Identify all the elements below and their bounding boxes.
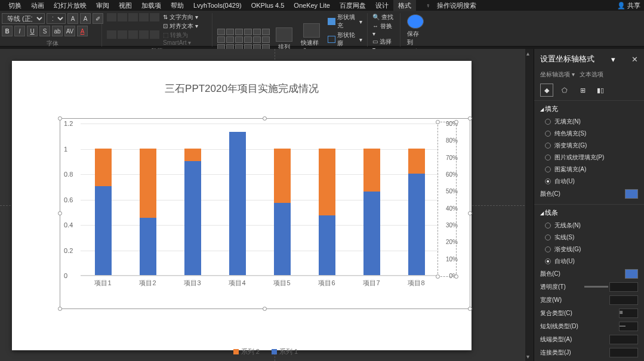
canvas-area[interactable]: 三石PPT2020年项目实施完成情况 00.20.40.60.811.20%10… xyxy=(0,49,534,361)
paragraph-icons[interactable] xyxy=(107,13,159,46)
tab-slideshow[interactable]: 幻灯片放映 xyxy=(49,0,91,11)
scroll-up-icon[interactable]: ▴ xyxy=(526,50,529,57)
transparency-label: 透明度(T) xyxy=(540,283,566,291)
bar-series2[interactable] xyxy=(274,149,291,203)
tab-onekey[interactable]: OneKey Lite xyxy=(289,1,335,10)
width-input[interactable] xyxy=(609,295,638,305)
shrink-font-icon[interactable]: A xyxy=(80,13,91,24)
bar-series2[interactable] xyxy=(95,149,112,187)
bar-series2[interactable] xyxy=(140,149,156,218)
fill-picture-radio[interactable]: 图片或纹理填充(P) xyxy=(540,152,638,163)
bold-icon[interactable]: B xyxy=(2,26,13,36)
join-label: 连接类型(J) xyxy=(540,348,571,357)
grow-font-icon[interactable]: A xyxy=(67,13,78,24)
y-tick-label: 0.4 xyxy=(64,221,73,229)
tell-me[interactable]: ♀ 操作说明搜索 xyxy=(421,0,486,11)
align-text[interactable]: ⊡ 对齐文本 ▾ xyxy=(163,22,207,30)
fill-auto-radio[interactable]: 自动(U) xyxy=(540,175,638,187)
cap-select[interactable] xyxy=(609,335,638,344)
bar-series2[interactable] xyxy=(363,149,380,192)
bar-series2[interactable] xyxy=(184,149,201,161)
tab-format[interactable]: 格式 xyxy=(393,0,416,11)
legend-series1[interactable]: 系列 1 xyxy=(272,347,298,356)
bar-series1[interactable] xyxy=(140,218,156,275)
fill-solid-radio[interactable]: 纯色填充(S) xyxy=(540,128,638,140)
tab-addins[interactable]: 加载项 xyxy=(137,0,166,11)
join-select[interactable] xyxy=(609,348,638,357)
dash-select[interactable]: — xyxy=(619,322,638,331)
ribbon-group-edit: 🔍 查找 ↔ 替换 ▾ ▭ 选择 ▾ 编辑 xyxy=(368,13,400,47)
font-color-icon[interactable]: A xyxy=(77,26,88,36)
line-auto-radio[interactable]: 自动(U) xyxy=(540,255,638,267)
fill-gradient-radio[interactable]: 渐变填充(G) xyxy=(540,140,638,152)
convert-smartart[interactable]: ⬚ 转换为 SmartArt ▾ xyxy=(163,31,207,46)
bar-series1[interactable] xyxy=(229,132,246,275)
tab-help[interactable]: 帮助 xyxy=(166,0,189,11)
fill-none-radio[interactable]: 无填充(N) xyxy=(540,116,638,128)
axis-tab-icon[interactable]: ▮▯ xyxy=(594,84,607,97)
replace-button[interactable]: ↔ 替换 ▾ xyxy=(372,22,395,37)
tab-lvyhtools[interactable]: LvyhTools(0429) xyxy=(189,1,246,10)
ribbon-group-paragraph: ⇅ 文字方向 ▾ ⊡ 对齐文本 ▾ ⬚ 转换为 SmartArt ▾ 段落 xyxy=(102,13,212,47)
underline-icon[interactable]: U xyxy=(27,26,38,36)
tab-baidu[interactable]: 百度网盘 xyxy=(335,0,371,11)
compound-select[interactable]: ≡ xyxy=(619,308,638,318)
line-none-radio[interactable]: 无线条(N) xyxy=(540,220,638,232)
shape-gallery[interactable] xyxy=(217,29,270,51)
bar-series1[interactable] xyxy=(319,215,335,275)
bar-series1[interactable] xyxy=(95,186,112,275)
font-size-select[interactable]: 12 xyxy=(47,13,66,24)
fill-pattern-radio[interactable]: 图案填充(A) xyxy=(540,163,638,175)
fill-line-tab-icon[interactable]: ◆ xyxy=(540,84,553,97)
shadow-icon[interactable]: ab xyxy=(52,26,63,36)
vertical-scrollbar[interactable]: ▴ ▾ xyxy=(525,49,534,361)
secondary-axis-selection[interactable] xyxy=(437,122,457,277)
bar-series2[interactable] xyxy=(408,149,425,174)
find-button[interactable]: 🔍 查找 xyxy=(372,13,395,21)
cap-label: 线端类型(A) xyxy=(540,335,572,344)
size-tab-icon[interactable]: ⊞ xyxy=(576,84,589,97)
bar-series1[interactable] xyxy=(274,203,291,275)
tab-design[interactable]: 设计 xyxy=(371,0,393,11)
bar-series1[interactable] xyxy=(184,161,201,275)
fill-color-picker[interactable] xyxy=(625,189,638,199)
line-section-title[interactable]: 线条 xyxy=(540,208,638,217)
line-gradient-radio[interactable]: 渐变线(G) xyxy=(540,243,638,255)
tab-view[interactable]: 视图 xyxy=(114,0,137,11)
y-tick-label: 1 xyxy=(64,146,67,153)
shape-outline[interactable]: 形状轮廓 ▾ xyxy=(328,31,362,48)
bar-series2[interactable] xyxy=(319,149,335,216)
chart[interactable]: 00.20.40.60.811.20%10%20%30%40%50%60%70%… xyxy=(63,118,469,359)
text-direction[interactable]: ⇅ 文字方向 ▾ xyxy=(163,13,207,21)
line-color-picker[interactable] xyxy=(625,269,638,279)
tab-transitions[interactable]: 切换 xyxy=(4,0,26,11)
bar-series1[interactable] xyxy=(408,174,425,275)
legend[interactable]: 系列 2 系列 1 xyxy=(63,347,469,356)
scroll-down-icon[interactable]: ▾ xyxy=(526,353,529,360)
slide[interactable]: 三石PPT2020年项目实施完成情况 00.20.40.60.811.20%10… xyxy=(12,61,472,350)
italic-icon[interactable]: I xyxy=(14,26,25,36)
shape-fill[interactable]: 形状填充 ▾ xyxy=(328,13,362,30)
axis-options-tab[interactable]: 坐标轴选项 xyxy=(540,70,575,79)
bar-series1[interactable] xyxy=(363,192,380,275)
fill-section-title[interactable]: 填充 xyxy=(540,104,638,113)
legend-series2[interactable]: 系列 2 xyxy=(233,347,260,356)
transparency-input[interactable] xyxy=(609,282,638,292)
strike-icon[interactable]: S xyxy=(39,26,50,36)
format-pane-dropdown-icon[interactable]: ▾ xyxy=(611,55,615,64)
tab-review[interactable]: 审阅 xyxy=(91,0,114,11)
y-tick-label: 0.8 xyxy=(64,171,73,178)
chart-title: 三石PPT2020年项目实施完成情况 xyxy=(12,82,472,95)
plot-area[interactable]: 00.20.40.60.811.20%10%20%30%40%50%60%70%… xyxy=(81,124,439,276)
line-color-label: 颜色(C) xyxy=(540,270,560,278)
spacing-icon[interactable]: AV xyxy=(64,26,75,36)
share-button[interactable]: 👤 共享 xyxy=(617,1,640,10)
effects-tab-icon[interactable]: ⬠ xyxy=(558,84,571,97)
tab-okplus[interactable]: OKPlus 4.5 xyxy=(246,1,289,10)
tab-animations[interactable]: 动画 xyxy=(26,0,49,11)
line-solid-radio[interactable]: 实线(S) xyxy=(540,232,638,243)
font-name-select[interactable]: 等线 (正文) xyxy=(2,13,45,24)
ribbon: 等线 (正文) 12 A A ✐ B I U S ab AV A 字体 xyxy=(0,11,644,47)
text-options-tab[interactable]: 文本选项 xyxy=(580,70,603,79)
close-icon[interactable]: ✕ xyxy=(631,55,638,64)
